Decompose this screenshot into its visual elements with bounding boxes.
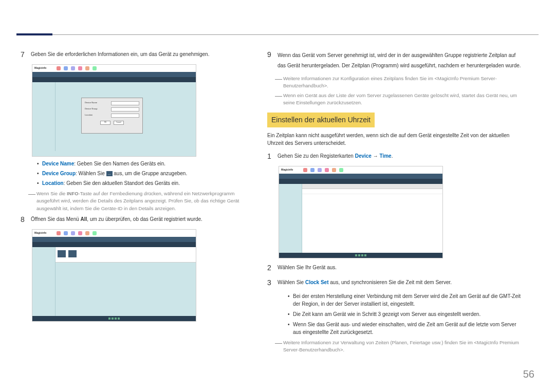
nav-icon (71, 231, 75, 235)
text-before: Wählen Sie (278, 279, 305, 285)
nav-icon (332, 168, 336, 172)
dialog-label: Location (85, 114, 92, 118)
device-thumb-icon (68, 250, 77, 257)
bullet-text-before: : Wählen Sie (76, 171, 106, 176)
bullet-label: Location (42, 180, 64, 186)
right-column: 9 Wenn das Gerät vom Server genehmigt is… (267, 49, 524, 356)
sub-bullet-item: Wenn Sie das Gerät aus- und wieder einsc… (288, 321, 524, 336)
step-text: Geben Sie die erforderlichen Information… (31, 49, 254, 60)
ellipsis-icon: ... (106, 171, 113, 176)
screenshot-sidebar (279, 184, 302, 253)
step-7: 7 Geben Sie die erforderlichen Informati… (21, 49, 254, 60)
note-body: Wenn ein Gerät aus der Liste der vom Ser… (283, 92, 524, 107)
nav-icon (92, 231, 97, 235)
screenshot-device-all: Magicinfo (32, 229, 196, 322)
step-3: 3 Wählen Sie Clock Set aus, und synchron… (267, 277, 524, 288)
footer-dot (108, 318, 110, 320)
screenshot-main (302, 184, 442, 253)
nav-icon (310, 168, 314, 172)
screenshot-header: Magicinfo (32, 65, 196, 72)
text-after: , um zu überprüfen, ob das Gerät registr… (87, 216, 202, 222)
screenshot-logo: Magicinfo (34, 66, 46, 70)
note-dash-icon: ― (275, 75, 283, 90)
step-text: Gehen Sie zu den Registerkarten Device →… (278, 151, 524, 162)
step-number: 7 (21, 49, 31, 60)
screenshot-table-header (302, 184, 442, 189)
bullet-label: Device Group (42, 171, 76, 176)
nav-icon (64, 66, 68, 70)
dialog-input (111, 114, 139, 118)
nav-icon (92, 66, 97, 70)
screenshot-main: Device Name Device Group Location OK Can… (55, 82, 196, 151)
header-accent (16, 33, 52, 35)
note-body: Weitere Informationen zur Konfiguration … (283, 75, 524, 90)
footer-dot (355, 254, 357, 256)
screenshot-main (55, 247, 196, 316)
nav-icon (85, 231, 89, 235)
dialog-input (111, 101, 139, 105)
note-body: Weitere Informationen zur Verwaltung von… (283, 339, 524, 354)
step-2: 2 Wählen Sie Ihr Gerät aus. (267, 263, 524, 273)
bullet-item: Device Group: Wählen Sie ... aus, um die… (37, 170, 254, 177)
note: ― Wenn Sie die INFO-Taste auf der Fernbe… (28, 190, 254, 212)
screenshot-dialog: Device Name Device Group Location OK Can… (81, 98, 143, 134)
bullet-item: Device Name: Geben Sie den Namen des Ger… (37, 160, 254, 167)
step-number: 1 (267, 151, 278, 162)
screenshot-devicelist (55, 247, 196, 263)
nav-icon (71, 66, 75, 70)
screenshot-footer (279, 253, 442, 258)
arrow: → (372, 153, 380, 159)
note-dash-icon: ― (275, 339, 283, 354)
note: ― Weitere Informationen zur Konfiguratio… (275, 75, 524, 90)
nav-icon (85, 66, 89, 70)
nav-icon (64, 231, 68, 235)
nav-icon (57, 231, 61, 235)
screenshot-toolbar (32, 72, 196, 77)
screenshot-sidebar (32, 247, 55, 316)
section-title-wrap: Einstellen der aktuellen Uhrzeit (267, 108, 524, 132)
dialog-ok-button: OK (100, 121, 110, 125)
bullet-list: Device Name: Geben Sie den Namen des Ger… (37, 160, 254, 187)
nav-icon (57, 66, 61, 70)
note: ― Weitere Informationen zur Verwaltung v… (275, 339, 524, 354)
step-text: Wählen Sie Ihr Gerät aus. (278, 263, 524, 273)
left-column: 7 Geben Sie die erforderlichen Informati… (21, 49, 254, 325)
dialog-label: Device Group (85, 107, 97, 111)
text-bold: All (81, 216, 87, 222)
screenshot-device-approve: Magicinfo Device Name (32, 64, 196, 157)
bullet-text-after: aus, um die Gruppe anzugeben. (113, 171, 188, 176)
note-dash-icon: ― (275, 92, 283, 107)
step-text: Öffnen Sie das Menü All, um zu überprüfe… (31, 214, 254, 225)
nav-icon (339, 168, 343, 172)
screenshot-sidebar (32, 82, 55, 151)
dialog-input (111, 107, 139, 111)
screenshot-footer (32, 316, 196, 321)
footer-dot (358, 254, 360, 256)
step-text: Wenn das Gerät vom Server genehmigt ist,… (278, 49, 524, 71)
footer-dot (112, 318, 114, 320)
step-number: 2 (267, 263, 278, 273)
text-before: Öffnen Sie das Menü (31, 216, 81, 222)
footer-dot (115, 318, 117, 320)
note-bold: INFO (67, 191, 79, 196)
footer-dot (364, 254, 366, 256)
dialog-cancel-button: Cancel (114, 121, 124, 125)
page-number: 56 (523, 366, 534, 382)
note: ― Wenn ein Gerät aus der Liste der vom S… (275, 92, 524, 107)
step-1: 1 Gehen Sie zu den Registerkarten Device… (267, 151, 524, 162)
step-9: 9 Wenn das Gerät vom Server genehmigt is… (267, 49, 524, 71)
nav-icon (325, 168, 329, 172)
nav-icon (303, 168, 307, 172)
sub-bullet-item: Die Zeit kann am Gerät wie in Schritt 3 … (288, 310, 524, 318)
header-rule (16, 34, 539, 35)
screenshot-table-row (302, 189, 442, 194)
bullet-label: Device Name (42, 161, 74, 166)
nav-icon (78, 231, 82, 235)
nav-icon (78, 66, 82, 70)
step-text: Wählen Sie Clock Set aus, und synchronis… (278, 277, 524, 288)
footer-dot (361, 254, 363, 256)
screenshot-header: Magicinfo (279, 166, 442, 174)
screenshot-subtoolbar (32, 77, 196, 82)
section-title: Einstellen der aktuellen Uhrzeit (267, 113, 375, 127)
screenshot-header: Magicinfo (32, 230, 196, 237)
